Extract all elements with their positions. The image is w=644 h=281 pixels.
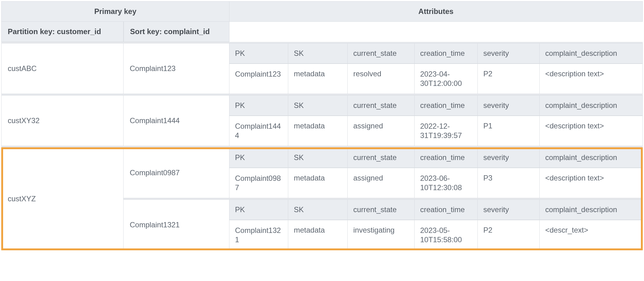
header-row: Primary key Attributes xyxy=(1,1,643,22)
attribute-header-row: PKSKcurrent_statecreation_timeseverityco… xyxy=(229,43,643,64)
sort-key-cell: Complaint123 xyxy=(124,43,229,94)
val-severity: P1 xyxy=(478,116,540,146)
val-sk: metadata xyxy=(288,64,348,94)
sort-key-cell: Complaint0987 xyxy=(124,147,229,198)
col-complaint-description: complaint_description xyxy=(540,43,643,64)
attribute-value-row: Complaint1321metadatainvestigating2023-0… xyxy=(229,220,643,250)
attribute-header-row: PKSKcurrent_statecreation_timeseverityco… xyxy=(229,147,643,168)
col-pk: PK xyxy=(229,147,288,168)
attribute-header-row: PKSKcurrent_statecreation_timeseverityco… xyxy=(229,199,643,220)
attribute-header-row: PKSKcurrent_statecreation_timeseverityco… xyxy=(229,95,643,116)
col-complaint-description: complaint_description xyxy=(540,95,643,116)
col-current-state: current_state xyxy=(348,95,415,116)
col-sk: SK xyxy=(288,147,348,168)
header-partition-key: Partition key: customer_id xyxy=(1,22,124,42)
col-severity: severity xyxy=(478,95,540,116)
col-current-state: current_state xyxy=(348,147,415,168)
item-group: custXY32Complaint1444PKSKcurrent_statecr… xyxy=(1,95,643,146)
col-current-state: current_state xyxy=(348,199,415,220)
val-complaint-description: <descr_text> xyxy=(540,220,643,250)
partition-key-cell: custXYZ xyxy=(1,147,124,250)
dynamodb-table-diagram: Primary key Attributes Partition key: cu… xyxy=(1,1,643,250)
attribute-block: PKSKcurrent_statecreation_timeseverityco… xyxy=(229,95,643,146)
col-creation-time: creation_time xyxy=(415,95,478,116)
col-severity: severity xyxy=(478,199,540,220)
val-severity: P2 xyxy=(478,64,540,94)
val-complaint-description: <description text> xyxy=(540,64,643,94)
col-sk: SK xyxy=(288,199,348,220)
val-creation-time: 2023-04-30T12:00:00 xyxy=(415,64,478,94)
val-sk: metadata xyxy=(288,220,348,250)
col-creation-time: creation_time xyxy=(415,199,478,220)
attribute-block: PKSKcurrent_statecreation_timeseverityco… xyxy=(229,199,643,250)
col-complaint-description: complaint_description xyxy=(540,199,643,220)
val-pk: Complaint123 xyxy=(229,64,288,94)
val-current-state: investigating xyxy=(348,220,415,250)
attribute-block: PKSKcurrent_statecreation_timeseverityco… xyxy=(229,147,643,198)
col-creation-time: creation_time xyxy=(415,147,478,168)
val-severity: P3 xyxy=(478,168,540,198)
partition-key-cell: custXY32 xyxy=(1,95,124,146)
val-pk: Complaint1444 xyxy=(229,116,288,146)
col-sk: SK xyxy=(288,95,348,116)
col-current-state: current_state xyxy=(348,43,415,64)
val-sk: metadata xyxy=(288,168,348,198)
val-severity: P2 xyxy=(478,220,540,250)
attribute-block: PKSKcurrent_statecreation_timeseverityco… xyxy=(229,43,643,94)
attribute-value-row: Complaint123metadataresolved2023-04-30T1… xyxy=(229,64,643,94)
val-current-state: assigned xyxy=(348,116,415,146)
header-sort-key: Sort key: complaint_id xyxy=(124,22,229,42)
sort-key-cell: Complaint1321 xyxy=(124,199,229,250)
item-group: custABCComplaint123PKSKcurrent_statecrea… xyxy=(1,43,643,94)
val-creation-time: 2022-12-31T19:39:57 xyxy=(415,116,478,146)
val-creation-time: 2023-06-10T12:30:08 xyxy=(415,168,478,198)
col-creation-time: creation_time xyxy=(415,43,478,64)
col-complaint-description: complaint_description xyxy=(540,147,643,168)
val-current-state: assigned xyxy=(348,168,415,198)
col-severity: severity xyxy=(478,147,540,168)
header-primary-key: Primary key xyxy=(1,1,229,22)
val-pk: Complaint0987 xyxy=(229,168,288,198)
col-sk: SK xyxy=(288,43,348,64)
val-pk: Complaint1321 xyxy=(229,220,288,250)
val-complaint-description: <description text> xyxy=(540,168,643,198)
val-creation-time: 2023-05-10T15:58:00 xyxy=(415,220,478,250)
col-pk: PK xyxy=(229,199,288,220)
attribute-value-row: Complaint0987metadataassigned2023-06-10T… xyxy=(229,168,643,198)
item-group: custXYZComplaint0987Complaint1321PKSKcur… xyxy=(1,147,643,250)
col-pk: PK xyxy=(229,43,288,64)
val-complaint-description: <description text> xyxy=(540,116,643,146)
val-sk: metadata xyxy=(288,116,348,146)
val-current-state: resolved xyxy=(348,64,415,94)
header-attributes: Attributes xyxy=(229,1,643,22)
col-pk: PK xyxy=(229,95,288,116)
subheader-row: Partition key: customer_id Sort key: com… xyxy=(1,22,643,42)
col-severity: severity xyxy=(478,43,540,64)
partition-key-cell: custABC xyxy=(1,43,124,94)
attribute-value-row: Complaint1444metadataassigned2022-12-31T… xyxy=(229,116,643,146)
sort-key-cell: Complaint1444 xyxy=(124,95,229,146)
